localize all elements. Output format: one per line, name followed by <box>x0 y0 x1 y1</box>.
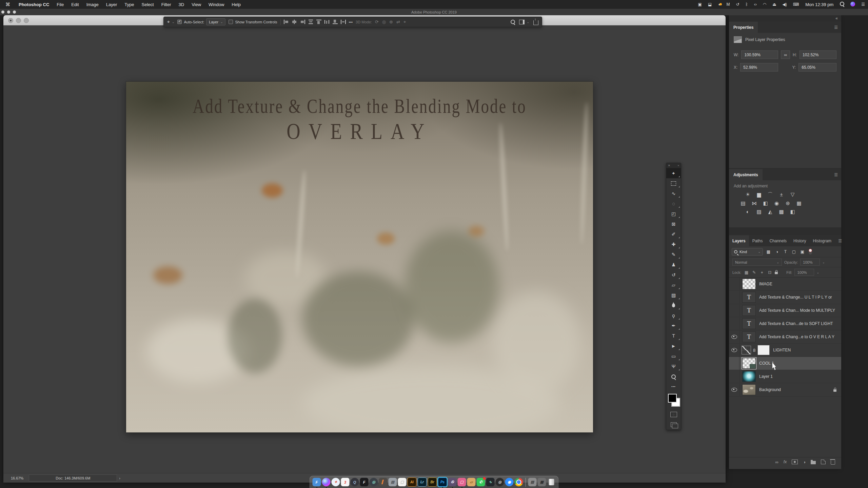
menu-file[interactable]: File <box>53 2 67 7</box>
eyedropper-tool[interactable]: ✐ <box>666 229 681 239</box>
aperture-icon[interactable]: ◎ <box>370 478 378 486</box>
close-icon[interactable]: ✕ <box>668 164 670 167</box>
3d-slide-icon[interactable]: ⇄ <box>396 19 400 24</box>
layer-mask-thumbnail[interactable] <box>757 345 770 355</box>
tab-layers[interactable]: Layers <box>729 235 749 246</box>
type-layer-icon[interactable]: T <box>742 305 756 316</box>
y-field[interactable]: 65.05% <box>798 63 836 72</box>
add-layer-mask-icon[interactable] <box>792 460 798 464</box>
distribute-spacing-icon[interactable] <box>341 20 346 24</box>
threshold-icon[interactable]: ◭ <box>767 209 773 215</box>
screen-mode-button[interactable] <box>666 420 681 430</box>
folder-docs-icon[interactable]: ▱ <box>467 478 476 486</box>
vibrance-icon[interactable]: ▽ <box>789 191 796 198</box>
type-layer-icon[interactable]: T <box>742 292 756 303</box>
visibility-toggle[interactable] <box>729 330 739 343</box>
menu-layer[interactable]: Layer <box>102 2 121 7</box>
finder-icon[interactable]: F <box>313 478 321 486</box>
brush-tool[interactable]: ✎ <box>666 249 681 260</box>
lock-position-icon[interactable]: ⌖ <box>759 270 765 275</box>
background-lock-icon[interactable] <box>833 389 836 392</box>
search-icon[interactable] <box>511 20 515 24</box>
align-left-icon[interactable] <box>284 20 289 24</box>
utility-icon[interactable]: ▤ <box>389 478 397 486</box>
history-brush-tool[interactable]: ↺ <box>666 270 681 280</box>
tab-history[interactable]: History <box>790 235 809 246</box>
siri-icon[interactable] <box>847 2 858 7</box>
layer-row-text-soft-light[interactable]: T Add Texture & Chan...de to SOFT LIGHT <box>729 317 841 330</box>
eraser-tool[interactable]: ▱ <box>666 280 681 290</box>
color-balance-icon[interactable]: ⋈ <box>751 200 757 206</box>
photo-filter-icon[interactable]: ◉ <box>773 200 780 206</box>
messages-icon[interactable]: ✆ <box>477 478 485 486</box>
layer-thumbnail[interactable] <box>742 358 756 369</box>
apple-menu-icon[interactable]: ⌘ <box>0 2 15 7</box>
document-canvas[interactable]: Add Texture & Change the Blending Mode t… <box>126 82 593 432</box>
new-layer-icon[interactable] <box>821 460 826 464</box>
healing-brush-tool[interactable]: ✚ <box>666 239 681 249</box>
notebook-icon[interactable]: ▍ <box>379 478 388 486</box>
display-mirror-icon[interactable]: ⬓ <box>705 2 715 7</box>
3d-orbit-icon[interactable]: ⟳ <box>375 19 379 24</box>
selective-color-icon[interactable]: ◧ <box>789 209 796 215</box>
frame-tool[interactable]: ⊠ <box>666 219 681 229</box>
visibility-toggle[interactable] <box>729 344 739 357</box>
lightroom-icon[interactable]: Lr <box>418 477 427 487</box>
new-adjustment-layer-icon[interactable]: ◑ <box>803 460 806 465</box>
layer-thumbnail[interactable] <box>742 371 756 382</box>
tool-preset-chevron-icon[interactable]: ⌄ <box>172 20 175 24</box>
menu-view[interactable]: View <box>188 2 205 7</box>
brightness-contrast-icon[interactable]: ☀ <box>745 191 751 198</box>
path-selection-tool[interactable]: ► <box>666 341 681 351</box>
menu-image[interactable]: Image <box>83 2 102 7</box>
share-icon[interactable] <box>533 20 538 25</box>
visibility-toggle[interactable] <box>729 278 739 290</box>
gradient-map-icon[interactable]: ▩ <box>778 209 785 215</box>
filter-smart-object-icon[interactable]: ▣ <box>800 249 805 254</box>
layer-row-text-overlay[interactable]: T Add Texture & Chang...e to O V E R L A… <box>729 330 841 344</box>
align-right-icon[interactable] <box>300 20 305 24</box>
align-center-h-icon[interactable] <box>292 20 297 24</box>
delete-layer-icon[interactable] <box>831 460 835 465</box>
layer-row-background[interactable]: Background <box>729 383 841 396</box>
tab-paths[interactable]: Paths <box>749 235 766 246</box>
gradient-tool[interactable]: ▧ <box>666 290 681 300</box>
posterize-icon[interactable]: ▨ <box>756 209 762 215</box>
collapse-panels-icon[interactable]: « <box>835 16 838 21</box>
adjustment-layer-thumbnail[interactable] <box>742 346 751 354</box>
calendar-icon[interactable]: 3 <box>341 478 350 486</box>
align-bottom-icon[interactable] <box>333 20 338 24</box>
layer-thumbnail[interactable] <box>742 279 756 289</box>
curves-icon[interactable]: ⌒ <box>767 191 773 198</box>
f-app-icon[interactable]: F <box>360 478 369 486</box>
layer-thumbnail[interactable] <box>742 384 756 395</box>
visibility-toggle[interactable] <box>729 291 739 304</box>
show-transform-checkbox[interactable] <box>229 20 233 24</box>
distribute-vertical-icon[interactable] <box>308 20 313 24</box>
layer-style-icon[interactable]: fx <box>784 460 787 464</box>
close-button[interactable] <box>8 18 13 23</box>
quick-selection-tool[interactable]: ◌ <box>666 199 681 209</box>
tab-adjustments[interactable]: Adjustments <box>729 169 763 180</box>
crop-tool[interactable]: ◰ <box>666 209 681 219</box>
safari-icon[interactable]: ✦ <box>332 478 340 486</box>
photoshop-icon[interactable]: Ps <box>438 477 447 487</box>
menubar-clock[interactable]: Mon 12:39 pm <box>802 2 837 7</box>
x-field[interactable]: 52.98% <box>740 63 778 72</box>
3d-pan-icon[interactable]: ⊕ <box>389 19 393 24</box>
lock-all-icon[interactable] <box>775 272 778 274</box>
auto-select-target-dropdown[interactable]: Layer ⌄ <box>206 18 225 25</box>
screen-record-icon[interactable]: ▣ <box>695 2 705 7</box>
color-lookup-icon[interactable]: ▦ <box>796 200 802 206</box>
more-options-icon[interactable]: ••• <box>349 20 353 24</box>
layer-row-cool1[interactable]: COOL 1 <box>729 357 841 370</box>
visibility-toggle[interactable] <box>729 383 739 396</box>
layer-row-image[interactable]: IMAGE <box>729 278 841 291</box>
wifi-icon[interactable]: ◠ <box>760 2 769 7</box>
menu-help[interactable]: Help <box>228 2 244 7</box>
chrome-icon[interactable] <box>515 478 523 486</box>
visibility-toggle[interactable] <box>729 357 739 370</box>
filter-adjustment-icon[interactable]: ◑ <box>774 249 780 254</box>
menu-photoshop[interactable]: Photoshop CC <box>15 2 53 7</box>
shape-tool[interactable]: ▭ <box>666 351 681 361</box>
